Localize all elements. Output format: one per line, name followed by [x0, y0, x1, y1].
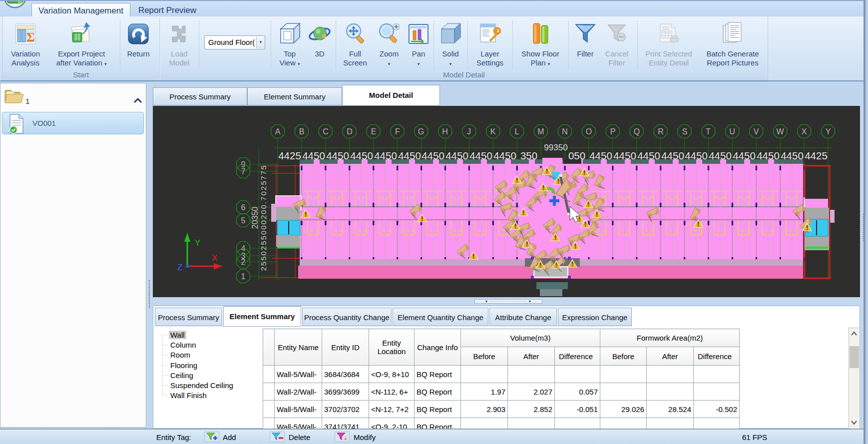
svg-text:V: V — [754, 127, 759, 136]
svg-text:4425: 4425 — [278, 150, 301, 161]
svg-text:K: K — [490, 127, 496, 136]
svg-text:Y: Y — [195, 238, 200, 248]
svg-text:1: 1 — [241, 272, 246, 281]
svg-text:Σ: Σ — [26, 30, 35, 44]
svg-text:Z: Z — [177, 263, 182, 272]
svg-text:2: 2 — [241, 258, 246, 266]
svg-text:T: T — [706, 127, 711, 136]
svg-text:Y: Y — [826, 127, 831, 136]
svg-text:A: A — [275, 127, 281, 136]
svg-text:O: O — [586, 127, 592, 136]
svg-text:7: 7 — [241, 167, 246, 176]
svg-text:U: U — [729, 127, 735, 136]
svg-text:4425: 4425 — [805, 150, 828, 161]
svg-text:L: L — [515, 127, 519, 136]
svg-text:P: P — [610, 127, 616, 136]
svg-text:E: E — [371, 127, 377, 136]
svg-text:20350: 20350 — [251, 207, 259, 229]
svg-text:2550255000200.7025775: 2550255000200.7025775 — [259, 164, 268, 271]
svg-text:6: 6 — [241, 203, 246, 212]
svg-text:B: B — [299, 127, 305, 136]
svg-text:J: J — [467, 127, 471, 136]
svg-text:5: 5 — [241, 216, 246, 225]
svg-text:W: W — [776, 127, 784, 136]
svg-text:N: N — [562, 127, 568, 136]
svg-text:M: M — [537, 127, 544, 136]
svg-text:S: S — [682, 127, 688, 136]
svg-text:H: H — [442, 127, 448, 136]
svg-text:G: G — [418, 127, 424, 136]
svg-text:X: X — [212, 253, 217, 263]
svg-text:C: C — [323, 127, 329, 136]
svg-text:Q: Q — [634, 127, 640, 136]
svg-text:R: R — [658, 127, 664, 136]
svg-text:F: F — [395, 127, 400, 136]
svg-text:X: X — [802, 127, 807, 136]
svg-text:D: D — [347, 127, 353, 136]
svg-text:99350: 99350 — [544, 143, 567, 152]
